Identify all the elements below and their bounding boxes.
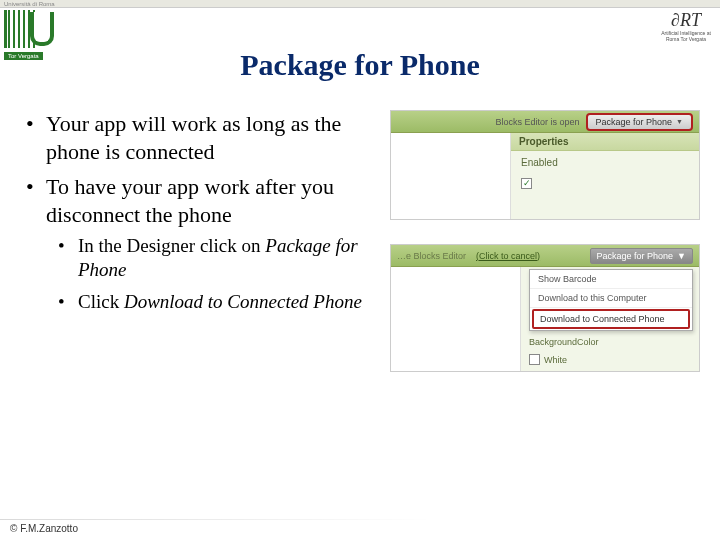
properties-header: Properties [511, 133, 699, 151]
page-title: Package for Phone [0, 48, 720, 82]
blocks-editor-status-2: …e Blocks Editor [397, 251, 466, 261]
footer-copyright: © F.M.Zanzotto [10, 523, 78, 534]
art-logo-sub: Artificial Intelligence at Roma Tor Verg… [658, 31, 714, 42]
logo-u-icon [30, 12, 54, 46]
pkg-btn2-label: Package for Phone [597, 251, 674, 261]
background-color-row: White [529, 354, 567, 365]
package-for-phone-button-open[interactable]: Package for Phone ▼ [590, 248, 693, 264]
screenshots-column: Blocks Editor is open Package for Phone … [384, 110, 700, 396]
screenshot-1: Blocks Editor is open Package for Phone … [390, 110, 700, 220]
sub2-pre: Click [78, 291, 124, 312]
sub-bullet-2: Click Download to Connected Phone [68, 290, 384, 314]
toolbar-2: …e Blocks Editor (Click to cancel) Packa… [391, 245, 699, 267]
sub1-pre: In the Designer click on [78, 235, 265, 256]
top-tiny-text: Università di Roma [4, 1, 55, 7]
shot2-body: Show Barcode Download to this Computer D… [391, 267, 699, 371]
shot1-left-pane [391, 133, 511, 219]
enabled-checkbox[interactable]: ✓ [521, 178, 532, 189]
bullet-2-text: To have your app work after you disconne… [46, 174, 334, 227]
color-swatch-icon [529, 354, 540, 365]
sub2-em: Download to Connected Phone [124, 291, 362, 312]
package-dropdown: Show Barcode Download to this Computer D… [529, 269, 693, 331]
content-row: Your app will work as long as the phone … [0, 110, 720, 396]
background-color-label: BackgroundColor [529, 337, 599, 347]
background-color-value: White [544, 355, 567, 365]
menu-download-phone[interactable]: Download to Connected Phone [532, 309, 690, 329]
blocks-editor-status: Blocks Editor is open [495, 117, 579, 127]
bullet-1: Your app will work as long as the phone … [36, 110, 384, 165]
package-for-phone-button[interactable]: Package for Phone ▼ [586, 113, 694, 131]
toolbar-1: Blocks Editor is open Package for Phone … [391, 111, 699, 133]
screenshot-2: …e Blocks Editor (Click to cancel) Packa… [390, 244, 700, 372]
art-logo: ∂RT Artificial Intelligence at Roma Tor … [658, 10, 714, 42]
enabled-label: Enabled [511, 151, 699, 174]
menu-show-barcode[interactable]: Show Barcode [530, 270, 692, 289]
chevron-down-icon: ▼ [677, 251, 686, 261]
pkg-btn-label: Package for Phone [596, 117, 673, 127]
footer-divider [0, 519, 432, 520]
properties-panel: Properties Enabled ✓ [511, 133, 699, 219]
chevron-down-icon: ▼ [676, 118, 683, 125]
art-logo-main: ∂RT [658, 10, 714, 31]
shot2-left-pane [391, 267, 521, 371]
top-strip [0, 0, 720, 8]
shot1-body: Properties Enabled ✓ [391, 133, 699, 219]
text-column: Your app will work as long as the phone … [14, 110, 384, 396]
university-logo: Tor Vergata [4, 10, 60, 48]
cancel-link[interactable]: (Click to cancel) [476, 251, 540, 261]
bullet-2: To have your app work after you disconne… [36, 173, 384, 313]
properties-panel-2: Show Barcode Download to this Computer D… [521, 267, 699, 371]
menu-download-computer[interactable]: Download to this Computer [530, 289, 692, 308]
logo-left-label: Tor Vergata [4, 52, 43, 60]
sub-bullet-1: In the Designer click on Package for Pho… [68, 234, 384, 282]
